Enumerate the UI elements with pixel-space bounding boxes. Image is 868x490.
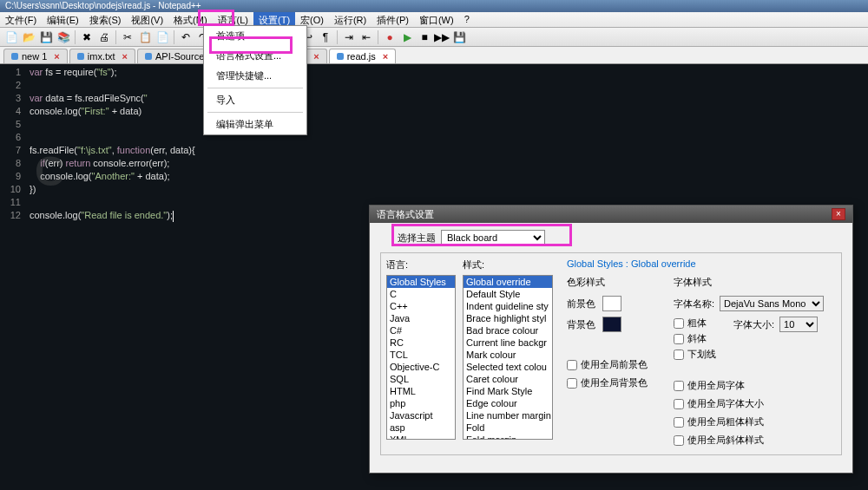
font-name-label: 字体名称: — [674, 297, 714, 310]
highlight-box — [209, 36, 293, 54]
foreground-color-swatch[interactable] — [602, 296, 621, 311]
listbox-item[interactable]: php — [387, 397, 455, 409]
paste-icon[interactable]: 📄 — [155, 29, 170, 45]
line-gutter: 123456789101112 — [0, 64, 26, 490]
save-all-icon[interactable]: 📚 — [56, 29, 71, 45]
save-macro-icon[interactable]: 💾 — [451, 29, 467, 45]
global-checkbox[interactable] — [674, 381, 684, 391]
global-checkbox[interactable] — [674, 417, 684, 428]
style-breadcrumb: Global Styles : Global override — [567, 258, 836, 269]
styles-label: 样式: — [463, 258, 553, 271]
new-file-icon[interactable]: 📄 — [3, 29, 19, 45]
listbox-item[interactable]: C++ — [387, 300, 455, 312]
menu-item[interactable]: 编辑(E) — [42, 12, 84, 27]
tab-close-icon[interactable]: × — [383, 51, 388, 62]
global-checkbox[interactable] — [674, 399, 684, 409]
listbox-item[interactable]: Fold — [464, 421, 552, 434]
listbox-item[interactable]: C# — [387, 324, 455, 336]
global-checkbox[interactable] — [674, 435, 684, 446]
languages-label: 语言: — [386, 258, 456, 271]
tab-bar: new 1×imx.txt×API-Source-Folder.txt×js.t… — [0, 47, 868, 64]
listbox-item[interactable]: C — [387, 288, 455, 300]
listbox-item[interactable]: Java — [387, 312, 455, 324]
highlight-box — [198, 10, 234, 26]
listbox-item[interactable]: Find Mark Style — [464, 385, 552, 397]
listbox-item[interactable]: SQL — [387, 373, 455, 385]
toolbar: 📄 📂 💾 📚 ✖ 🖨 ✂ 📋 📄 ↶ ↷ 🔍 🔎 🔍 🔎 ↩ ¶ ⇥ ⇤ ● … — [0, 28, 868, 47]
listbox-item[interactable]: Javascript — [387, 409, 455, 421]
styles-listbox[interactable]: Global overrideDefault StyleIndent guide… — [463, 275, 553, 440]
listbox-item[interactable]: Fold margin — [464, 434, 552, 440]
menubar: 文件(F)编辑(E)搜索(S)视图(V)格式(M)语言(L)设置(T)宏(O)运… — [0, 12, 868, 28]
listbox-item[interactable]: Mark colour — [464, 349, 552, 361]
dropdown-item[interactable]: 管理快捷键... — [204, 66, 306, 86]
listbox-item[interactable]: HTML — [387, 385, 455, 397]
listbox-item[interactable]: TCL — [387, 349, 455, 361]
listbox-item[interactable]: Edge colour — [464, 397, 552, 409]
menu-item[interactable]: 运行(R) — [329, 12, 372, 27]
highlight-box — [391, 224, 572, 246]
global-checkbox[interactable] — [567, 360, 577, 370]
listbox-item[interactable]: Current line backgr — [464, 336, 552, 349]
show-chars-icon[interactable]: ¶ — [318, 29, 333, 45]
listbox-item[interactable]: Selected text colou — [464, 361, 552, 373]
undo-icon[interactable]: ↶ — [178, 29, 194, 45]
listbox-item[interactable]: Bad brace colour — [464, 324, 552, 336]
font-size-select[interactable]: 10 — [779, 317, 818, 332]
listbox-item[interactable]: Global Styles — [387, 276, 455, 288]
global-checkbox[interactable] — [567, 378, 577, 389]
listbox-item[interactable]: Objective-C — [387, 361, 455, 373]
print-icon[interactable]: 🖨 — [96, 29, 112, 45]
copy-icon[interactable]: 📋 — [137, 29, 153, 45]
tab-close-icon[interactable]: × — [122, 51, 128, 62]
menu-item[interactable]: 视图(V) — [126, 12, 168, 27]
dialog-titlebar[interactable]: 语言格式设置 × — [370, 206, 852, 223]
listbox-item[interactable]: Brace highlight styl — [464, 312, 552, 324]
editor-tab[interactable]: read.js× — [329, 49, 396, 63]
dropdown-item[interactable]: 导入 — [204, 90, 306, 110]
fast-forward-icon[interactable]: ▶▶ — [434, 29, 450, 45]
font-name-select[interactable]: DejaVu Sans Mono — [720, 296, 824, 311]
record-icon[interactable]: ● — [382, 29, 398, 45]
open-icon[interactable]: 📂 — [21, 29, 36, 45]
font-section-label: 字体样式 — [674, 276, 824, 289]
close-icon[interactable]: ✖ — [79, 29, 95, 45]
editor-tab[interactable]: new 1× — [3, 49, 68, 63]
bold-checkbox[interactable] — [674, 318, 684, 329]
editor-tab[interactable]: imx.txt× — [69, 49, 135, 63]
tab-close-icon[interactable]: × — [54, 51, 59, 62]
save-icon[interactable]: 💾 — [38, 29, 54, 45]
dialog-title: 语言格式设置 — [377, 208, 434, 221]
menu-item[interactable]: 插件(P) — [372, 12, 414, 27]
cut-icon[interactable]: ✂ — [120, 29, 135, 45]
menu-item[interactable]: 搜索(S) — [84, 12, 127, 27]
background-label: 背景色 — [567, 318, 595, 331]
listbox-item[interactable]: Indent guideline sty — [464, 300, 552, 312]
listbox-item[interactable]: Caret colour — [464, 373, 552, 385]
background-color-swatch[interactable] — [602, 317, 621, 332]
indent-icon[interactable]: ⇥ — [341, 29, 357, 45]
outdent-icon[interactable]: ⇤ — [358, 29, 374, 45]
menu-item[interactable]: ? — [459, 12, 475, 27]
foreground-label: 前景色 — [567, 297, 595, 310]
font-size-label: 字体大小: — [733, 318, 774, 331]
window-titlebar: C:\Users\ssnn\Desktop\nodejs\read.js - N… — [0, 0, 868, 12]
play-icon[interactable]: ▶ — [399, 29, 415, 45]
listbox-item[interactable]: XML — [387, 434, 455, 440]
tab-close-icon[interactable]: × — [313, 51, 319, 62]
dropdown-item[interactable]: 编辑弹出菜单 — [204, 114, 306, 134]
menu-item[interactable]: 窗口(W) — [414, 12, 459, 27]
listbox-item[interactable]: Default Style — [464, 288, 552, 300]
listbox-item[interactable]: Line number margin — [464, 409, 552, 421]
menu-item[interactable]: 文件(F) — [0, 12, 42, 27]
dialog-close-button[interactable]: × — [832, 208, 845, 220]
stop-icon[interactable]: ■ — [417, 29, 432, 45]
underline-checkbox[interactable] — [674, 350, 684, 360]
listbox-item[interactable]: Global override — [464, 276, 552, 288]
languages-listbox[interactable]: Global StylesCC++JavaC#RCTCLObjective-CS… — [386, 275, 456, 440]
listbox-item[interactable]: asp — [387, 421, 455, 434]
color-section-label: 色彩样式 — [567, 276, 648, 289]
italic-checkbox[interactable] — [674, 334, 684, 344]
listbox-item[interactable]: RC — [387, 336, 455, 349]
